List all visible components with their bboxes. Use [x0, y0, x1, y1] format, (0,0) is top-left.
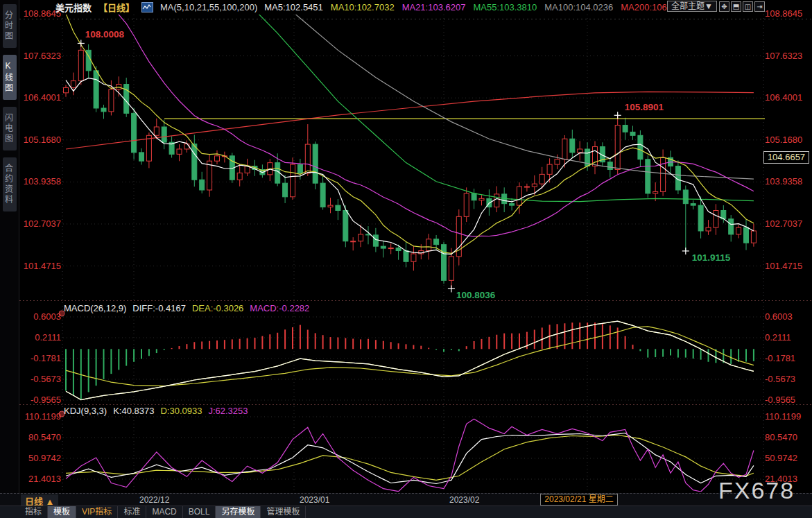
axis-label-left: -0.9565 — [21, 395, 61, 405]
toolbar-icons: ✥⬒◫⇥ — [719, 1, 765, 12]
current-price-badge: 104.6657 — [763, 151, 809, 164]
sidebar-item-3[interactable]: 闪电图 — [3, 107, 17, 150]
ma-legend-item-5: MA100:104.0236 — [544, 2, 613, 12]
axis-label-right: 0.6003 — [765, 312, 811, 322]
axis-label-left: 102.7037 — [21, 219, 61, 229]
tab-1[interactable]: 指标 — [19, 506, 48, 518]
tab-5[interactable]: MACD — [146, 506, 182, 518]
kdj-k-value: K:40.8373 — [113, 406, 154, 416]
axis-label-right: -0.1781 — [765, 354, 811, 363]
kline-chart-icon — [141, 2, 153, 12]
ma-legend: MA5:102.5451MA10:102.7032MA21:103.6207MA… — [264, 2, 684, 12]
macd-diff-value: DIFF:-0.4167 — [132, 303, 186, 313]
axis-label-right: 101.4715 — [765, 261, 811, 271]
tab-3[interactable]: VIP指标 — [76, 506, 118, 518]
tabs: 指标模板VIP指标标准MACDBOLL另存模板管理模板 — [19, 506, 306, 518]
tab-7[interactable]: 另存模板 — [216, 506, 261, 518]
move-panes-icon[interactable]: ✥ — [719, 1, 729, 12]
page-title: 美元指数 — [55, 1, 92, 14]
axis-label-left: 80.5470 — [21, 433, 61, 442]
date-label: 2022/12 — [139, 495, 169, 505]
tab-6[interactable]: BOLL — [183, 506, 216, 518]
tab-2[interactable]: 模板 — [48, 506, 76, 518]
axis-label-right: 106.4001 — [765, 93, 811, 103]
date-label: 2023/01 — [300, 495, 329, 505]
date-label: 2023/02 — [449, 495, 479, 505]
axis-label-left: 21.4013 — [21, 474, 61, 484]
pane-export-icon[interactable]: ⇥ — [754, 1, 765, 12]
ma-legend-item-2: MA10:102.7032 — [331, 2, 395, 12]
kdj-panel-header: KDJ(9,3,3) K:40.8373 D:30.0933 J:62.3253 — [64, 406, 248, 416]
axis-label-right: 0.2111 — [765, 333, 811, 343]
price-annotation: 100.8036 — [456, 290, 496, 300]
theme-dropdown-button[interactable]: 全部主题▼ — [667, 1, 717, 12]
macd-dea-value: DEA:-0.3026 — [192, 303, 243, 313]
kdj-title: KDJ(9,3,3) — [64, 406, 107, 416]
ma-config-label: MA(5,10,21,55,100,200) — [160, 2, 257, 12]
tab-4[interactable]: 标准 — [118, 506, 146, 518]
ma-legend-item-3: MA21:103.6207 — [402, 2, 466, 12]
period-label: 【日线】 — [98, 1, 135, 14]
axis-label-left: -0.5673 — [21, 374, 61, 384]
axis-label-left: 105.1680 — [21, 135, 61, 145]
header-toolbar: 全部主题▼ ✥⬒◫⇥ — [667, 1, 765, 12]
axis-label-left: 50.9742 — [21, 454, 61, 463]
pane-up-icon[interactable]: ⬒ — [731, 1, 741, 12]
axis-label-right: 110.1199 — [765, 412, 811, 422]
bottom-tab-bar: 指标模板VIP指标标准MACDBOLL另存模板管理模板 — [0, 506, 812, 518]
kdj-d-value: D:30.0933 — [160, 406, 202, 416]
pane-right-icon[interactable]: ◫ — [743, 1, 753, 12]
price-annotation: 108.0008 — [85, 29, 125, 40]
price-annotation: 105.8901 — [625, 102, 664, 112]
axis-label-left: 103.9358 — [21, 177, 61, 187]
header: 美元指数 【日线】 MA(5,10,21,55,100,200) MA5:102… — [19, 0, 812, 14]
axis-label-right: 107.6323 — [765, 51, 811, 61]
axis-label-right: 80.5470 — [765, 433, 811, 442]
macd-panel-header: MACD(26,12,9) DIFF:-0.4167 DEA:-0.3026 M… — [64, 303, 309, 313]
axis-label-left: 101.4715 — [21, 261, 61, 271]
axis-label-left: 107.6323 — [21, 51, 61, 61]
axis-label-left: 106.4001 — [21, 93, 61, 103]
ma-legend-item-4: MA55:103.3810 — [473, 2, 537, 12]
tab-8[interactable]: 管理模板 — [261, 506, 306, 518]
axis-label-right: 102.7037 — [765, 219, 811, 229]
watermark: FX678 — [718, 477, 795, 504]
sidebar-item-1[interactable]: 分时图 — [3, 4, 17, 48]
selected-date-box: 2023/02/21 星期二 — [540, 494, 618, 506]
price-annotation: 101.9115 — [692, 252, 731, 263]
axis-label-left: 110.1199 — [21, 412, 61, 422]
axis-label-right: -0.9565 — [765, 395, 811, 405]
sidebar-item-4[interactable]: 合约资料 — [3, 157, 17, 211]
sidebar: 分时图K线图闪电图合约资料 — [0, 0, 19, 518]
axis-label-right: 50.9742 — [765, 454, 811, 463]
ma-legend-item-1: MA5:102.5451 — [264, 2, 323, 12]
macd-title: MACD(26,12,9) — [64, 303, 126, 313]
axis-label-left: -0.1781 — [21, 354, 61, 363]
axis-label-right: 105.1680 — [765, 135, 811, 145]
price-chart-canvas[interactable]: 108.0008105.8901100.8036101.9115 — [0, 0, 812, 518]
axis-label-left: 0.2111 — [21, 333, 61, 343]
sidebar-item-2[interactable]: K线图 — [3, 55, 17, 100]
axis-label-right: -0.5673 — [765, 374, 811, 384]
macd-hist-value: MACD:-0.2282 — [250, 303, 309, 313]
kdj-j-value: J:62.3253 — [208, 406, 248, 416]
time-axis: 日线 ▲ 2022/122023/012023/02 2023/02/21 星期… — [0, 493, 812, 506]
axis-label-right: 103.9358 — [765, 177, 811, 187]
axis-label-left: 0.6003 — [21, 312, 61, 322]
